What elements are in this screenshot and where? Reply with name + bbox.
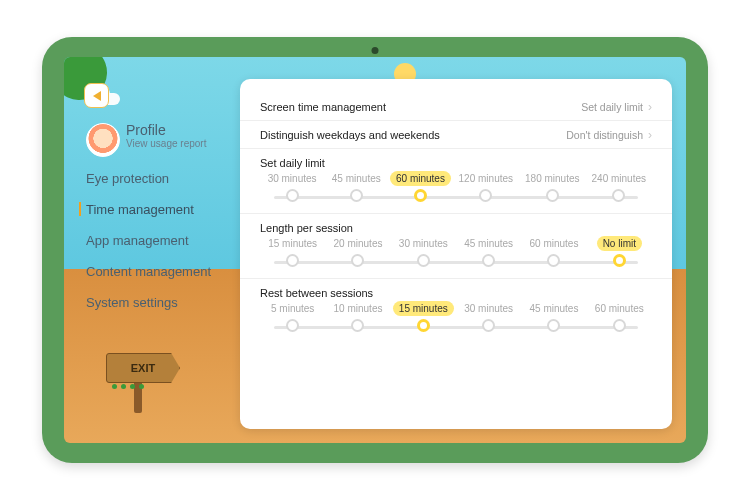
slider-option[interactable]: 15 minutes: [391, 301, 456, 332]
menu-eye-protection[interactable]: Eye protection: [86, 169, 211, 188]
slider-knob[interactable]: [286, 254, 299, 267]
slider-option[interactable]: 60 minutes: [587, 301, 652, 332]
back-arrow-icon: [93, 91, 101, 101]
slider-option[interactable]: 10 minutes: [325, 301, 390, 332]
row-value: Don't distinguish ›: [566, 128, 652, 142]
menu-time-management[interactable]: Time management: [86, 200, 211, 219]
option-label: 240 minutes: [586, 171, 652, 186]
divider: [240, 213, 672, 214]
option-label: 45 minutes: [326, 171, 387, 186]
option-label: 15 minutes: [393, 301, 454, 316]
slider-knob[interactable]: [613, 254, 626, 267]
option-label: 60 minutes: [390, 171, 451, 186]
sidebar-menu: Eye protection Time management App manag…: [86, 169, 211, 312]
slider-option[interactable]: 120 minutes: [453, 171, 519, 202]
slider-option[interactable]: 60 minutes: [388, 171, 452, 202]
menu-app-management[interactable]: App management: [86, 231, 211, 250]
screen: Profile View usage report Eye protection…: [64, 57, 686, 443]
slider-knob[interactable]: [417, 254, 430, 267]
slider-knob[interactable]: [546, 189, 559, 202]
section-title: Rest between sessions: [260, 287, 652, 299]
section-title: Length per session: [260, 222, 652, 234]
option-label: 10 minutes: [328, 301, 389, 316]
slider-knob[interactable]: [612, 189, 625, 202]
profile-title: Profile: [126, 122, 206, 138]
slider-knob[interactable]: [479, 189, 492, 202]
option-label: No limit: [597, 236, 642, 251]
exit-label: EXIT: [131, 362, 155, 374]
option-label: 60 minutes: [589, 301, 650, 316]
vine-decoration: [110, 375, 170, 385]
row-distinguish[interactable]: Distinguish weekdays and weekends Don't …: [260, 121, 652, 148]
slider-option[interactable]: 45 minutes: [456, 236, 521, 267]
slider-knob[interactable]: [286, 189, 299, 202]
settings-panel: Screen time management Set daily limit ›…: [240, 79, 672, 429]
option-label: 20 minutes: [328, 236, 389, 251]
slider-option[interactable]: No limit: [587, 236, 652, 267]
slider-option[interactable]: 45 minutes: [521, 301, 586, 332]
slider-option[interactable]: 45 minutes: [324, 171, 388, 202]
slider-knob[interactable]: [482, 319, 495, 332]
slider-knob[interactable]: [417, 319, 430, 332]
menu-content-management[interactable]: Content management: [86, 262, 211, 281]
slider-option[interactable]: 20 minutes: [325, 236, 390, 267]
slider-option[interactable]: 30 minutes: [391, 236, 456, 267]
option-label: 30 minutes: [393, 236, 454, 251]
option-label: 5 minutes: [265, 301, 320, 316]
option-label: 45 minutes: [524, 301, 585, 316]
profile-block[interactable]: Profile View usage report: [126, 122, 206, 149]
slider-knob[interactable]: [286, 319, 299, 332]
slider-option[interactable]: 15 minutes: [260, 236, 325, 267]
option-label: 60 minutes: [524, 236, 585, 251]
avatar[interactable]: [86, 123, 120, 157]
slider-option[interactable]: 240 minutes: [586, 171, 652, 202]
row-value: Set daily limit ›: [581, 100, 652, 114]
slider-knob[interactable]: [482, 254, 495, 267]
slider-row[interactable]: 30 minutes45 minutes60 minutes120 minute…: [260, 171, 652, 211]
slider-knob[interactable]: [351, 254, 364, 267]
exit-sign[interactable]: EXIT: [100, 353, 180, 413]
slider-row[interactable]: 15 minutes20 minutes30 minutes45 minutes…: [260, 236, 652, 276]
chevron-right-icon: ›: [648, 100, 652, 114]
camera-dot: [372, 47, 379, 54]
slider-knob[interactable]: [351, 319, 364, 332]
slider-option[interactable]: 5 minutes: [260, 301, 325, 332]
option-label: 30 minutes: [458, 301, 519, 316]
option-label: 45 minutes: [458, 236, 519, 251]
menu-system-settings[interactable]: System settings: [86, 293, 211, 312]
back-button[interactable]: [84, 83, 109, 108]
slider-knob[interactable]: [350, 189, 363, 202]
slider-knob[interactable]: [414, 189, 427, 202]
option-label: 15 minutes: [262, 236, 323, 251]
profile-subtitle: View usage report: [126, 138, 206, 149]
section-title: Set daily limit: [260, 157, 652, 169]
row-label: Screen time management: [260, 101, 386, 113]
option-label: 30 minutes: [262, 171, 323, 186]
slider-knob[interactable]: [547, 319, 560, 332]
slider-knob[interactable]: [547, 254, 560, 267]
chevron-right-icon: ›: [648, 128, 652, 142]
slider-option[interactable]: 60 minutes: [521, 236, 586, 267]
slider-option[interactable]: 30 minutes: [456, 301, 521, 332]
slider-knob[interactable]: [613, 319, 626, 332]
divider: [240, 278, 672, 279]
slider-row[interactable]: 5 minutes10 minutes15 minutes30 minutes4…: [260, 301, 652, 341]
slider-option[interactable]: 180 minutes: [519, 171, 585, 202]
row-label: Distinguish weekdays and weekends: [260, 129, 440, 141]
option-label: 180 minutes: [519, 171, 585, 186]
slider-option[interactable]: 30 minutes: [260, 171, 324, 202]
tablet-frame: Profile View usage report Eye protection…: [42, 37, 708, 463]
row-screen-time[interactable]: Screen time management Set daily limit ›: [260, 93, 652, 120]
option-label: 120 minutes: [453, 171, 519, 186]
